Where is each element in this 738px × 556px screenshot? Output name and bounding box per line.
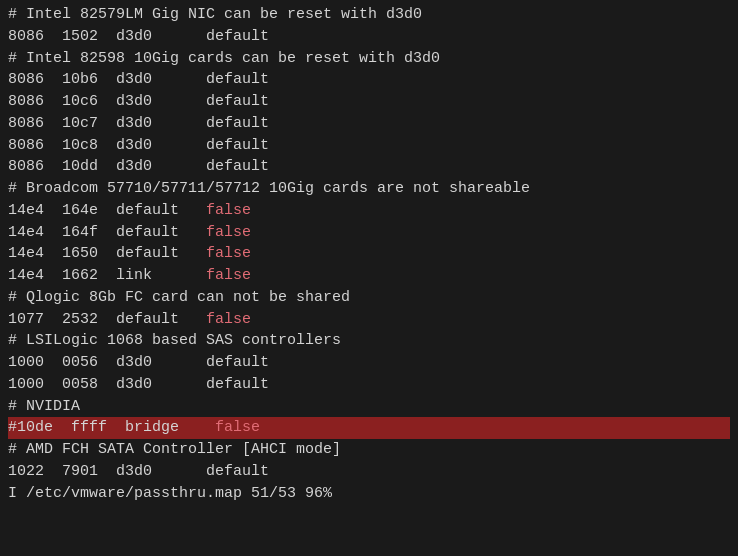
line-6: 8086 10c7 d3d0 default xyxy=(8,113,730,135)
line-17: 1000 0056 d3d0 default xyxy=(8,352,730,374)
line-10-prefix: 14e4 164e default xyxy=(8,202,206,219)
line-18: 1000 0058 d3d0 default xyxy=(8,374,730,396)
line-11: 14e4 164f default false xyxy=(8,222,730,244)
line-3: # Intel 82598 10Gig cards can be reset w… xyxy=(8,48,730,70)
line-9: # Broadcom 57710/57711/57712 10Gig cards… xyxy=(8,178,730,200)
line-16: # LSILogic 1068 based SAS controllers xyxy=(8,330,730,352)
line-12-value: false xyxy=(206,245,251,262)
line-19: # NVIDIA xyxy=(8,396,730,418)
line-4: 8086 10b6 d3d0 default xyxy=(8,69,730,91)
line-20-value: false xyxy=(215,419,260,436)
line-13: 14e4 1662 link false xyxy=(8,265,730,287)
line-20-prefix: #10de ffff bridge xyxy=(8,419,215,436)
line-10-value: false xyxy=(206,202,251,219)
line-15-value: false xyxy=(206,311,251,328)
line-11-value: false xyxy=(206,224,251,241)
line-23-status: I /etc/vmware/passthru.map 51/53 96% xyxy=(8,483,730,505)
line-15-prefix: 1077 2532 default xyxy=(8,311,206,328)
line-10: 14e4 164e default false xyxy=(8,200,730,222)
line-14: # Qlogic 8Gb FC card can not be shared xyxy=(8,287,730,309)
line-2: 8086 1502 d3d0 default xyxy=(8,26,730,48)
line-21: # AMD FCH SATA Controller [AHCI mode] xyxy=(8,439,730,461)
line-20-highlighted: #10de ffff bridge false xyxy=(8,417,730,439)
terminal: # Intel 82579LM Gig NIC can be reset wit… xyxy=(0,0,738,556)
line-1: # Intel 82579LM Gig NIC can be reset wit… xyxy=(8,4,730,26)
line-5: 8086 10c6 d3d0 default xyxy=(8,91,730,113)
line-11-prefix: 14e4 164f default xyxy=(8,224,206,241)
line-13-value: false xyxy=(206,267,251,284)
line-7: 8086 10c8 d3d0 default xyxy=(8,135,730,157)
line-22: 1022 7901 d3d0 default xyxy=(8,461,730,483)
line-13-prefix: 14e4 1662 link xyxy=(8,267,206,284)
line-8: 8086 10dd d3d0 default xyxy=(8,156,730,178)
line-12: 14e4 1650 default false xyxy=(8,243,730,265)
line-12-prefix: 14e4 1650 default xyxy=(8,245,206,262)
line-15: 1077 2532 default false xyxy=(8,309,730,331)
